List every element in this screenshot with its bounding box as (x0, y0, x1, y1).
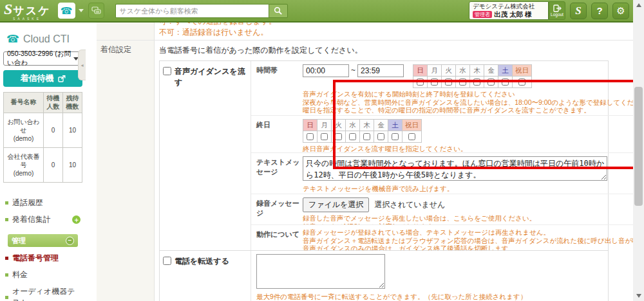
allday-help: 終日音声ガイダンスを流す曜日を指定してください。 (303, 145, 644, 152)
logout-icon (553, 5, 562, 12)
logo-subtext: SAASKE (13, 17, 51, 21)
company-name: デモシステム株式会社 (473, 3, 545, 10)
day-checkbox-1[interactable] (431, 78, 438, 86)
day-header-1: 月 (317, 119, 332, 131)
vertical-scrollbar[interactable] (633, 0, 644, 301)
behavior-subrow: 動作について 録音メッセージが登録されている場合、テキストメッセージは再生されま… (251, 224, 644, 250)
settings-button[interactable]: ⚙ (612, 3, 629, 19)
user-info-box: デモシステム株式会社 管理者 出茂 太郎 様 (469, 1, 549, 20)
text-message-help: テキストメッセージを機械音声で読み上げます。 漢字が意図した通りに読み上げられな… (303, 185, 644, 194)
phone-icon: ☎ (61, 5, 73, 17)
logout-label: Logout (551, 13, 564, 17)
transfer-numbers-textarea[interactable] (256, 254, 385, 289)
search-input[interactable] (115, 4, 269, 18)
phone-dropdown-caret-icon[interactable] (79, 9, 84, 12)
recorded-message-help: 録音した音声でメッセージを再生したい場合は、こちらをご使用ください。 録音データ… (303, 214, 644, 224)
scrollbar-down-arrow[interactable] (633, 291, 644, 301)
voice-guidance-checkbox-label[interactable]: 音声ガイダンスを流す (163, 66, 247, 88)
external-link-icon (58, 75, 66, 82)
timeband-label: 時間帯 (256, 64, 303, 115)
day-header-1: 月 (427, 64, 442, 77)
logout-button[interactable]: Logout (549, 1, 565, 20)
search-icon (274, 6, 283, 15)
chat-button[interactable] (88, 3, 104, 19)
day-checkbox-5[interactable] (488, 78, 495, 86)
choose-file-button[interactable]: ファイルを選択 (303, 197, 369, 212)
admin-section-header[interactable]: 管理 − (8, 234, 78, 247)
sasuke-home-button[interactable]: S (570, 3, 587, 19)
chevron-left-icon: ◂ (80, 62, 83, 68)
day-checkbox-5[interactable] (377, 133, 384, 140)
day-checkbox-6[interactable] (392, 133, 399, 140)
help-button[interactable]: ? (591, 3, 608, 19)
day-checkbox-7[interactable] (408, 133, 415, 140)
day-of-week-table: 日月火水木金土祝日 (413, 64, 532, 88)
text-message-textarea[interactable]: 只今の時間は営業時間外となっております。ほん窓口の営業時間は平日の午前10時から… (303, 156, 607, 181)
day-checkbox-2[interactable] (335, 133, 342, 140)
expand-plus-icon[interactable]: ＋ (72, 215, 80, 224)
table-row: お問い合わせ(demo) 0 10 (4, 113, 82, 148)
sidebar-item-call-stats[interactable]: 発着信集計 ＋ (5, 214, 80, 225)
transfer-checkbox[interactable] (163, 257, 171, 265)
day-header-7: 祝日 (402, 119, 422, 131)
row-label-empty (97, 23, 155, 40)
day-checkbox-0[interactable] (417, 78, 424, 86)
queue-remaining: 10 (63, 148, 82, 183)
call-recording-row: 可：すべての通話を録音します。 不可：通話録音は行いません。 (97, 23, 633, 41)
col-header-number-name: 番号名称 (4, 93, 44, 113)
sidebar-item-audio-device-test[interactable]: オーディオ機器テスト (5, 286, 80, 301)
bullet-icon (5, 273, 8, 277)
sidebar: ◂ ☎ Cloud CTI 050-3503-2996 (お問い合わ 着信待機 (0, 23, 86, 300)
day-header-4: 木 (469, 64, 484, 77)
user-name: 出茂 太郎 様 (494, 10, 531, 19)
day-checkbox-1[interactable] (321, 133, 328, 140)
day-checkbox-3[interactable] (459, 78, 466, 86)
sidebar-item-call-history[interactable]: 通話履歴 (5, 197, 80, 208)
collapse-minus-icon[interactable]: − (66, 237, 74, 245)
transfer-help: 最大9件の電話番号に一斉に転送することができます。（先に取った所と接続されます）… (256, 293, 608, 301)
incoming-settings-box: 音声ガイダンスを流す 時間帯 ~ (159, 60, 609, 301)
day-checkbox-7[interactable] (518, 78, 526, 86)
behavior-label: 動作について (256, 228, 303, 250)
sidebar-item-phone-number-management[interactable]: 電話番号管理 (5, 253, 80, 264)
day-header-6: 土 (388, 119, 402, 131)
day-header-7: 祝日 (512, 64, 532, 77)
day-checkbox-2[interactable] (445, 78, 452, 86)
app-window: S サスケ SAASKE ☎ (0, 0, 633, 301)
day-checkbox-4[interactable] (473, 78, 480, 86)
day-header-6: 土 (498, 64, 513, 77)
allday-label: 終日 (256, 119, 303, 152)
day-header-4: 木 (359, 119, 374, 131)
day-checkbox-6[interactable] (502, 78, 509, 86)
end-time-input[interactable] (357, 64, 404, 77)
queue-name: 会社代表番号(demo) (4, 148, 44, 183)
day-of-week-table: 日月火水木金土祝日 (303, 119, 644, 143)
question-icon: ? (596, 5, 602, 16)
bullet-icon (5, 296, 8, 299)
scrollbar-up-arrow[interactable] (633, 0, 644, 10)
search-button[interactable] (269, 4, 288, 18)
cloud-cti-title: ☎ Cloud CTI (0, 32, 86, 50)
day-checkbox-0[interactable] (307, 133, 314, 140)
sasuke-logo[interactable]: S サスケ SAASKE (4, 1, 51, 21)
day-checkbox-4[interactable] (363, 133, 370, 140)
chat-bubbles-icon (91, 6, 101, 15)
top-header: S サスケ SAASKE ☎ (0, 0, 633, 23)
transfer-checkbox-label[interactable]: 電話を転送する (163, 256, 247, 267)
queue-waiting: 0 (44, 148, 63, 183)
sidebar-menu: 通話履歴 発着信集計 ＋ 管理 − 電話番号管理 料金 (0, 185, 86, 301)
standby-queue-table: 番号名称 待機人数 残待機数 お問い合わせ(demo) 0 10 会社代表番号(… (3, 92, 82, 183)
start-time-input[interactable] (303, 64, 349, 77)
day-header-0: 日 (413, 64, 428, 77)
voice-guidance-checkbox[interactable] (163, 67, 171, 75)
phone-number-select[interactable]: 050-3503-2996 (お問い合わ (3, 51, 82, 66)
role-badge: 管理者 (473, 11, 492, 18)
main-content: 可：すべての通話を録音します。 不可：通話録音は行いません。 着信設定 当電話番… (86, 23, 633, 300)
scrollbar-thumb[interactable] (634, 87, 643, 206)
day-checkbox-3[interactable] (349, 133, 356, 140)
sidebar-collapse-button[interactable]: ◂ (78, 50, 86, 80)
sidebar-item-billing[interactable]: 料金 (5, 269, 80, 280)
incoming-standby-button[interactable]: 着信待機 (3, 70, 82, 87)
browser-phone-button[interactable]: ☎ (58, 3, 75, 19)
incoming-settings-row: 着信設定 当電話番号に着信があった際の動作を設定してください。 音声ガイダンスを… (97, 41, 633, 301)
